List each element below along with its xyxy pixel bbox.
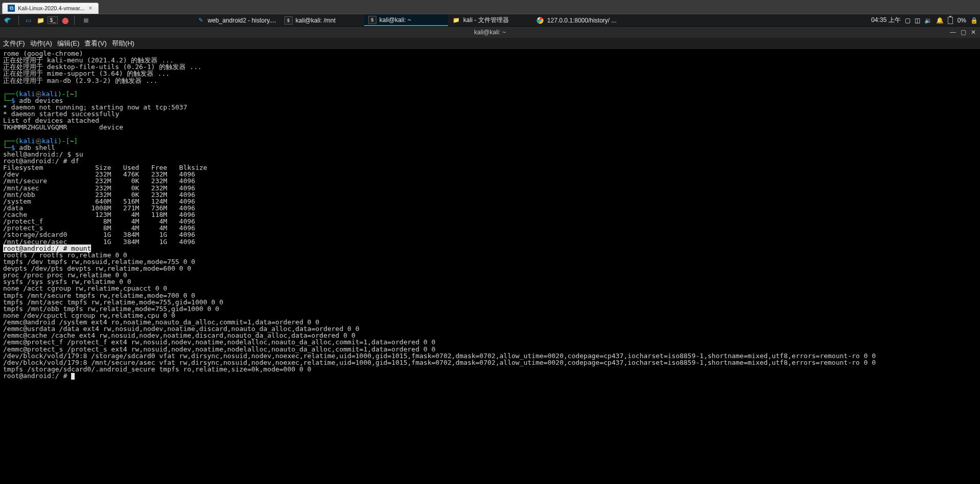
notifications-icon[interactable]: 🔔: [934, 14, 946, 26]
chrome-icon: [536, 16, 544, 25]
quick-launch: ▭ 📁 $_ ⬤: [22, 14, 71, 27]
folder-icon: 📁: [452, 16, 460, 25]
close-icon[interactable]: ×: [87, 5, 93, 12]
battery-text: 0%: [957, 17, 966, 24]
vm-tab[interactable]: ⧉ Kali-Linux-2020.4-vmwar... ×: [2, 3, 99, 14]
lock-icon[interactable]: 🔒: [968, 14, 980, 26]
file-manager-button[interactable]: 📁: [34, 14, 47, 27]
system-tray: 04:35 上午 ▢ ◫ 🔉 🔔 0% 🔒: [869, 14, 980, 26]
terminal-titlebar[interactable]: kali@kali: ~ — ▢ ✕: [0, 27, 980, 38]
vm-tab-label: Kali-Linux-2020.4-vmwar...: [18, 5, 84, 11]
taskbar-item-active[interactable]: $ kali@kali: ~: [364, 14, 448, 26]
menu-action[interactable]: 动作(A): [30, 39, 52, 48]
terminal-launcher-button[interactable]: $_: [47, 14, 59, 27]
task-label: kali@kali: /mnt: [296, 17, 336, 24]
menu-edit[interactable]: 编辑(E): [57, 39, 79, 48]
vm-icon: ⧉: [8, 5, 15, 12]
terminal-window: kali@kali: ~ — ▢ ✕ 文件(F) 动作(A) 编辑(E) 查看(…: [0, 27, 980, 484]
recorder-button[interactable]: ⬤: [59, 14, 71, 27]
terminal-title: kali@kali: ~: [474, 29, 506, 36]
menu-view[interactable]: 查看(V): [84, 39, 106, 48]
taskbar-item[interactable]: 📁 kali - 文件管理器: [448, 14, 532, 26]
minimize-button[interactable]: —: [948, 28, 957, 36]
task-label: kali@kali: ~: [380, 16, 411, 24]
battery-indicator[interactable]: 0%: [946, 14, 968, 26]
display-icon[interactable]: ▢: [903, 14, 912, 26]
sound-icon[interactable]: 🔉: [922, 14, 934, 26]
task-label: web_android2 - history....: [208, 17, 276, 24]
menu-file[interactable]: 文件(F): [3, 39, 25, 48]
clock[interactable]: 04:35 上午: [869, 14, 902, 26]
menu-help[interactable]: 帮助(H): [112, 39, 135, 48]
kali-menu-button[interactable]: [0, 14, 15, 26]
kali-logo-icon: [3, 16, 12, 25]
panel-divider: [74, 16, 75, 25]
panel-divider: [18, 16, 19, 25]
window-controls: — ▢ ✕: [948, 27, 978, 38]
taskbar-item[interactable]: ✎ web_android2 - history....: [192, 14, 280, 26]
top-panel: ▭ 📁 $_ ⬤ ▦ ✎ web_android2 - history.... …: [0, 14, 980, 27]
taskbar-item[interactable]: 127.0.0.1:8000/history/ ...: [532, 14, 620, 26]
grid-icon: ▦: [82, 16, 90, 25]
network-icon[interactable]: ◫: [912, 14, 922, 26]
host-tab-bar: ⧉ Kali-Linux-2020.4-vmwar... ×: [0, 0, 980, 14]
task-label: 127.0.0.1:8000/history/ ...: [547, 17, 616, 24]
terminal-icon: $: [368, 16, 376, 24]
clock-text: 04:35 上午: [871, 16, 900, 25]
taskbar-item[interactable]: ▦: [78, 14, 162, 26]
show-desktop-button[interactable]: ▭: [22, 14, 34, 27]
terminal-menubar: 文件(F) 动作(A) 编辑(E) 查看(V) 帮助(H): [0, 38, 980, 49]
close-button[interactable]: ✕: [969, 28, 978, 36]
maximize-button[interactable]: ▢: [959, 28, 968, 36]
taskbar-item[interactable]: $ kali@kali: /mnt: [280, 14, 364, 26]
editor-icon: ✎: [196, 16, 205, 25]
terminal-body[interactable]: rome (google-chrome) 正在处理用于 kali-menu (2…: [0, 49, 980, 484]
terminal-icon: $: [284, 16, 293, 25]
task-label: kali - 文件管理器: [463, 16, 509, 25]
